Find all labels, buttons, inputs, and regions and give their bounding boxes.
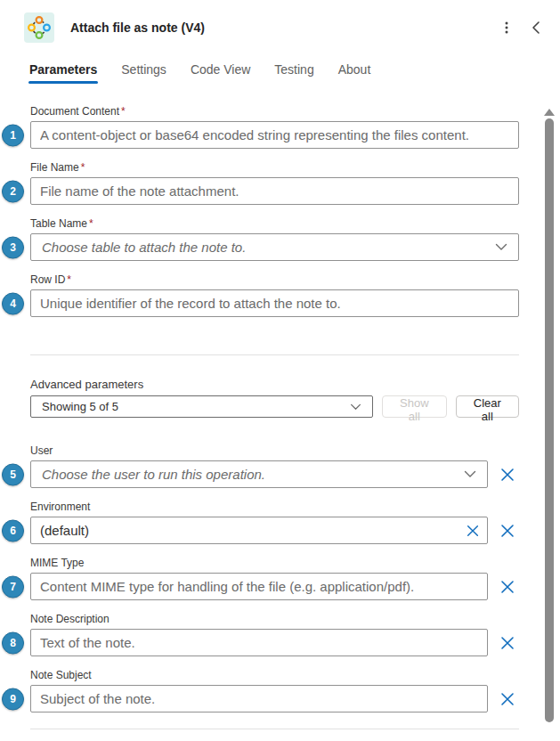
step-number-badge: 7: [2, 575, 24, 598]
scrollbar: [541, 105, 556, 741]
step-number-badge: 4: [2, 292, 24, 314]
collapse-panel-icon[interactable]: [528, 19, 544, 37]
step-number-badge: 2: [2, 180, 24, 202]
required-marker: *: [81, 161, 85, 174]
file-name-input[interactable]: [30, 177, 519, 205]
clear-all-button[interactable]: Clear all: [456, 395, 519, 418]
scrollbar-thumb[interactable]: [545, 118, 554, 722]
step-number-badge: 6: [2, 519, 24, 542]
field-label-row: Environment: [30, 501, 519, 513]
field-row-id: Row ID* 4: [30, 273, 519, 317]
field-label-row: User: [30, 444, 519, 457]
advanced-parameters-controls: Showing 5 of 5 Show all Clear all: [30, 395, 519, 418]
tab-code-view[interactable]: Code View: [191, 62, 250, 84]
field-label-row: Note Subject: [30, 669, 519, 681]
field-note-subject: Note Subject 9: [30, 669, 519, 712]
clear-environment-value-icon[interactable]: [464, 522, 482, 540]
dataverse-icon: [24, 12, 54, 43]
scroll-up-arrow-icon[interactable]: [544, 109, 555, 116]
parameters-form: Document Content* 1 File Name* 2 Table N…: [0, 84, 560, 729]
required-marker: *: [67, 273, 71, 286]
field-mime-type: MIME Type 7: [30, 557, 519, 600]
more-options-icon[interactable]: [498, 18, 515, 37]
action-title: Attach file as note (V4): [70, 20, 498, 35]
field-label: Note Subject: [30, 669, 92, 681]
field-label-row: MIME Type: [30, 557, 519, 569]
field-label: User: [30, 444, 53, 457]
remove-note-description-parameter-icon[interactable]: [498, 633, 517, 653]
field-label-row: Row ID*: [30, 273, 519, 286]
field-label-row: File Name*: [30, 161, 519, 174]
active-tab-indicator: [28, 81, 98, 84]
field-document-content: Document Content* 1: [30, 105, 519, 149]
field-label: Environment: [30, 501, 90, 513]
field-label: Document Content: [30, 105, 119, 118]
note-description-input[interactable]: [30, 629, 488, 656]
user-dropdown[interactable]: Choose the user to run this operation.: [30, 460, 488, 488]
field-file-name: File Name* 2: [30, 161, 519, 205]
step-number-badge: 5: [2, 463, 24, 485]
advanced-parameters-label: Advanced parameters: [30, 378, 519, 391]
step-number-badge: 9: [2, 688, 24, 710]
section-divider: [30, 729, 519, 729]
header-actions: [498, 18, 546, 37]
environment-input-shell: [30, 517, 488, 544]
panel-header: Attach file as note (V4): [0, 0, 560, 45]
field-label-row: Table Name*: [30, 217, 519, 230]
field-label: MIME Type: [30, 557, 84, 569]
step-number-badge: 8: [2, 631, 24, 654]
mime-type-input[interactable]: [30, 573, 488, 600]
field-label: Table Name: [30, 217, 87, 230]
required-marker: *: [121, 105, 126, 118]
tab-parameters-label: Parameters: [29, 62, 97, 77]
field-label-row: Document Content*: [30, 105, 519, 118]
field-table-name: Table Name* 3 Choose table to attach the…: [30, 217, 519, 261]
required-marker: *: [89, 217, 93, 230]
remove-note-subject-parameter-icon[interactable]: [498, 689, 517, 709]
tab-bar: Parameters Settings Code View Testing Ab…: [29, 62, 560, 84]
dropdown-placeholder: Choose table to attach the note to.: [42, 240, 488, 255]
chevron-down-icon: [495, 243, 507, 251]
chevron-down-icon: [464, 470, 476, 478]
tab-testing[interactable]: Testing: [274, 62, 313, 84]
chevron-down-icon: [350, 403, 361, 411]
field-note-description: Note Description 8: [30, 613, 519, 656]
field-label: Note Description: [30, 613, 110, 625]
spacer: [30, 418, 519, 444]
section-divider: [30, 354, 519, 355]
tab-code-view-label: Code View: [191, 62, 250, 77]
remove-environment-parameter-icon[interactable]: [498, 521, 517, 541]
remove-mime-type-parameter-icon[interactable]: [498, 577, 517, 597]
field-label-row: Note Description: [30, 613, 519, 625]
row-id-input[interactable]: [30, 289, 519, 317]
field-label: Row ID: [30, 273, 65, 286]
tab-settings[interactable]: Settings: [121, 62, 166, 84]
note-subject-input[interactable]: [30, 685, 488, 712]
tab-about-label: About: [338, 62, 371, 77]
step-number-badge: 1: [2, 124, 24, 146]
advanced-dropdown-value: Showing 5 of 5: [42, 400, 343, 413]
field-user: User 5 Choose the user to run this opera…: [30, 444, 519, 488]
action-config-panel: Attach file as note (V4) Parameters Sett…: [0, 0, 560, 741]
field-label: File Name: [30, 161, 79, 174]
table-name-dropdown[interactable]: Choose table to attach the note to.: [30, 233, 519, 261]
remove-user-parameter-icon[interactable]: [498, 465, 517, 484]
step-number-badge: 3: [2, 236, 24, 258]
dropdown-placeholder: Choose the user to run this operation.: [42, 467, 457, 482]
document-content-input[interactable]: [30, 121, 519, 149]
field-environment: Environment 6: [30, 501, 519, 544]
tab-settings-label: Settings: [121, 62, 166, 77]
show-all-button[interactable]: Show all: [382, 395, 447, 418]
environment-input[interactable]: [31, 518, 459, 542]
tab-about[interactable]: About: [338, 62, 371, 84]
tab-testing-label: Testing: [274, 62, 313, 77]
advanced-parameters-dropdown[interactable]: Showing 5 of 5: [30, 395, 373, 418]
tab-parameters[interactable]: Parameters: [29, 62, 97, 84]
